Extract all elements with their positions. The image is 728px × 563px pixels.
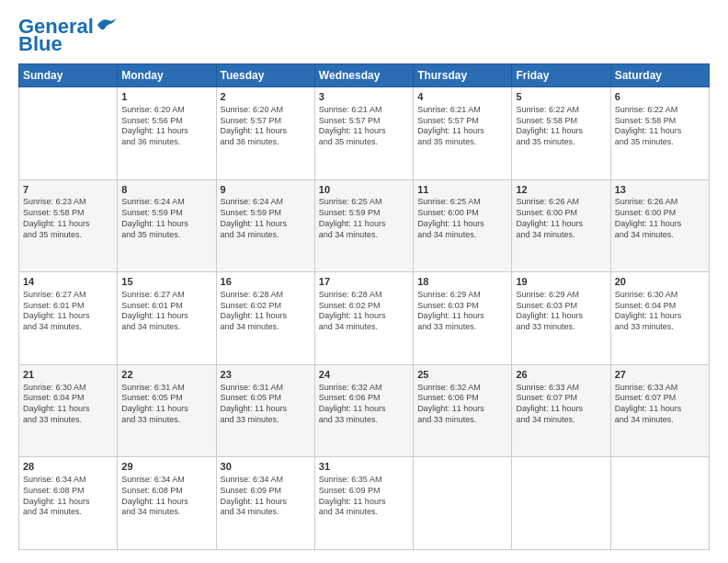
day-info: Sunrise: 6:32 AM Sunset: 6:06 PM Dayligh… bbox=[417, 383, 507, 426]
calendar-cell: 8Sunrise: 6:24 AM Sunset: 5:59 PM Daylig… bbox=[118, 179, 216, 272]
calendar-cell: 12Sunrise: 6:26 AM Sunset: 6:00 PM Dayli… bbox=[512, 179, 610, 272]
day-info: Sunrise: 6:26 AM Sunset: 6:00 PM Dayligh… bbox=[516, 197, 606, 240]
day-number: 14 bbox=[23, 275, 113, 289]
day-info: Sunrise: 6:27 AM Sunset: 6:01 PM Dayligh… bbox=[23, 290, 113, 333]
weekday-header-thursday: Thursday bbox=[414, 64, 512, 87]
weekday-header-sunday: Sunday bbox=[19, 64, 118, 87]
day-number: 19 bbox=[516, 275, 606, 289]
calendar-cell: 30Sunrise: 6:34 AM Sunset: 6:09 PM Dayli… bbox=[216, 457, 314, 550]
day-number: 28 bbox=[23, 460, 113, 474]
day-number: 9 bbox=[221, 183, 311, 197]
calendar-cell: 10Sunrise: 6:25 AM Sunset: 5:59 PM Dayli… bbox=[314, 179, 413, 272]
day-info: Sunrise: 6:28 AM Sunset: 6:02 PM Dayligh… bbox=[319, 290, 409, 333]
logo-wordmark: General Blue bbox=[18, 17, 119, 54]
weekday-header-row: SundayMondayTuesdayWednesdayThursdayFrid… bbox=[19, 64, 710, 87]
week-row-4: 21Sunrise: 6:30 AM Sunset: 6:04 PM Dayli… bbox=[19, 364, 710, 457]
day-info: Sunrise: 6:35 AM Sunset: 6:09 PM Dayligh… bbox=[319, 475, 409, 518]
calendar-cell: 5Sunrise: 6:22 AM Sunset: 5:58 PM Daylig… bbox=[512, 87, 610, 180]
logo: General Blue bbox=[18, 17, 119, 54]
calendar-cell: 17Sunrise: 6:28 AM Sunset: 6:02 PM Dayli… bbox=[314, 272, 413, 365]
day-number: 18 bbox=[417, 275, 507, 289]
day-info: Sunrise: 6:23 AM Sunset: 5:58 PM Dayligh… bbox=[23, 197, 113, 240]
day-number: 8 bbox=[121, 183, 211, 197]
day-number: 31 bbox=[319, 460, 409, 474]
day-info: Sunrise: 6:31 AM Sunset: 6:05 PM Dayligh… bbox=[121, 383, 211, 426]
day-number: 23 bbox=[221, 368, 311, 382]
day-number: 1 bbox=[121, 90, 211, 104]
calendar-cell: 6Sunrise: 6:22 AM Sunset: 5:58 PM Daylig… bbox=[610, 87, 709, 180]
day-number: 15 bbox=[121, 275, 211, 289]
day-info: Sunrise: 6:30 AM Sunset: 6:04 PM Dayligh… bbox=[615, 290, 705, 333]
day-info: Sunrise: 6:34 AM Sunset: 6:08 PM Dayligh… bbox=[23, 475, 113, 518]
calendar-cell: 7Sunrise: 6:23 AM Sunset: 5:58 PM Daylig… bbox=[19, 179, 118, 272]
calendar-cell: 3Sunrise: 6:21 AM Sunset: 5:57 PM Daylig… bbox=[314, 87, 413, 180]
calendar-cell: 13Sunrise: 6:26 AM Sunset: 6:00 PM Dayli… bbox=[610, 179, 709, 272]
week-row-5: 28Sunrise: 6:34 AM Sunset: 6:08 PM Dayli… bbox=[19, 457, 710, 550]
day-info: Sunrise: 6:34 AM Sunset: 6:08 PM Dayligh… bbox=[121, 475, 211, 518]
day-number: 16 bbox=[221, 275, 311, 289]
day-number: 10 bbox=[319, 183, 409, 197]
day-number: 22 bbox=[121, 368, 211, 382]
calendar-cell bbox=[610, 457, 709, 550]
day-info: Sunrise: 6:25 AM Sunset: 6:00 PM Dayligh… bbox=[417, 197, 507, 240]
week-row-2: 7Sunrise: 6:23 AM Sunset: 5:58 PM Daylig… bbox=[19, 179, 710, 272]
day-number: 30 bbox=[221, 460, 311, 474]
day-info: Sunrise: 6:24 AM Sunset: 5:59 PM Dayligh… bbox=[121, 197, 211, 240]
day-number: 29 bbox=[121, 460, 211, 474]
day-number: 5 bbox=[516, 90, 606, 104]
calendar-cell: 20Sunrise: 6:30 AM Sunset: 6:04 PM Dayli… bbox=[610, 272, 709, 365]
day-info: Sunrise: 6:32 AM Sunset: 6:06 PM Dayligh… bbox=[319, 383, 409, 426]
calendar-cell: 28Sunrise: 6:34 AM Sunset: 6:08 PM Dayli… bbox=[19, 457, 118, 550]
calendar-cell: 19Sunrise: 6:29 AM Sunset: 6:03 PM Dayli… bbox=[512, 272, 610, 365]
day-info: Sunrise: 6:33 AM Sunset: 6:07 PM Dayligh… bbox=[516, 383, 606, 426]
page: General Blue SundayMondayTuesdayWednesda… bbox=[0, 0, 728, 563]
day-info: Sunrise: 6:24 AM Sunset: 5:59 PM Dayligh… bbox=[221, 197, 311, 240]
day-number: 6 bbox=[615, 90, 705, 104]
weekday-header-monday: Monday bbox=[118, 64, 216, 87]
week-row-1: 1Sunrise: 6:20 AM Sunset: 5:56 PM Daylig… bbox=[19, 87, 710, 180]
calendar-cell: 25Sunrise: 6:32 AM Sunset: 6:06 PM Dayli… bbox=[414, 364, 512, 457]
calendar-cell bbox=[19, 87, 118, 180]
calendar-cell: 27Sunrise: 6:33 AM Sunset: 6:07 PM Dayli… bbox=[610, 364, 709, 457]
day-number: 12 bbox=[516, 183, 606, 197]
day-number: 21 bbox=[23, 368, 113, 382]
calendar-cell: 22Sunrise: 6:31 AM Sunset: 6:05 PM Dayli… bbox=[118, 364, 216, 457]
day-info: Sunrise: 6:29 AM Sunset: 6:03 PM Dayligh… bbox=[417, 290, 507, 333]
calendar-cell: 14Sunrise: 6:27 AM Sunset: 6:01 PM Dayli… bbox=[19, 272, 118, 365]
calendar-cell: 9Sunrise: 6:24 AM Sunset: 5:59 PM Daylig… bbox=[216, 179, 314, 272]
day-info: Sunrise: 6:26 AM Sunset: 6:00 PM Dayligh… bbox=[615, 197, 705, 240]
calendar-cell: 31Sunrise: 6:35 AM Sunset: 6:09 PM Dayli… bbox=[314, 457, 413, 550]
day-info: Sunrise: 6:22 AM Sunset: 5:58 PM Dayligh… bbox=[516, 105, 606, 148]
day-number: 20 bbox=[615, 275, 705, 289]
day-number: 13 bbox=[615, 183, 705, 197]
calendar-cell: 21Sunrise: 6:30 AM Sunset: 6:04 PM Dayli… bbox=[19, 364, 118, 457]
weekday-header-tuesday: Tuesday bbox=[216, 64, 314, 87]
day-info: Sunrise: 6:27 AM Sunset: 6:01 PM Dayligh… bbox=[121, 290, 211, 333]
calendar-cell bbox=[414, 457, 512, 550]
day-info: Sunrise: 6:31 AM Sunset: 6:05 PM Dayligh… bbox=[221, 383, 311, 426]
day-info: Sunrise: 6:21 AM Sunset: 5:57 PM Dayligh… bbox=[319, 105, 409, 148]
day-info: Sunrise: 6:21 AM Sunset: 5:57 PM Dayligh… bbox=[417, 105, 507, 148]
day-number: 3 bbox=[319, 90, 409, 104]
calendar-cell: 16Sunrise: 6:28 AM Sunset: 6:02 PM Dayli… bbox=[216, 272, 314, 365]
day-info: Sunrise: 6:25 AM Sunset: 5:59 PM Dayligh… bbox=[319, 197, 409, 240]
calendar-cell: 2Sunrise: 6:20 AM Sunset: 5:57 PM Daylig… bbox=[216, 87, 314, 180]
weekday-header-wednesday: Wednesday bbox=[314, 64, 413, 87]
calendar-cell: 11Sunrise: 6:25 AM Sunset: 6:00 PM Dayli… bbox=[414, 179, 512, 272]
day-number: 25 bbox=[417, 368, 507, 382]
day-info: Sunrise: 6:28 AM Sunset: 6:02 PM Dayligh… bbox=[221, 290, 311, 333]
day-number: 7 bbox=[23, 183, 113, 197]
day-info: Sunrise: 6:20 AM Sunset: 5:56 PM Dayligh… bbox=[121, 105, 211, 148]
day-info: Sunrise: 6:34 AM Sunset: 6:09 PM Dayligh… bbox=[221, 475, 311, 518]
calendar-cell: 24Sunrise: 6:32 AM Sunset: 6:06 PM Dayli… bbox=[314, 364, 413, 457]
calendar-table: SundayMondayTuesdayWednesdayThursdayFrid… bbox=[18, 63, 710, 550]
day-number: 4 bbox=[417, 90, 507, 104]
day-number: 11 bbox=[417, 183, 507, 197]
day-number: 27 bbox=[615, 368, 705, 382]
day-info: Sunrise: 6:33 AM Sunset: 6:07 PM Dayligh… bbox=[615, 383, 705, 426]
logo-bird-icon bbox=[96, 16, 119, 34]
day-info: Sunrise: 6:20 AM Sunset: 5:57 PM Dayligh… bbox=[221, 105, 311, 148]
calendar-cell: 18Sunrise: 6:29 AM Sunset: 6:03 PM Dayli… bbox=[414, 272, 512, 365]
calendar-cell: 4Sunrise: 6:21 AM Sunset: 5:57 PM Daylig… bbox=[414, 87, 512, 180]
day-number: 2 bbox=[221, 90, 311, 104]
